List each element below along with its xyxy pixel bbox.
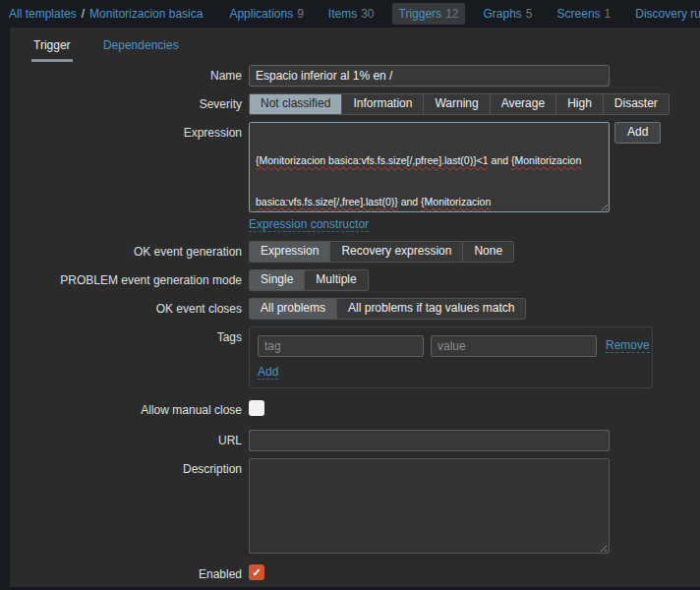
name-row: Name xyxy=(10,65,700,87)
ok-event-closes-row: OK event closes All problems All problem… xyxy=(10,298,700,320)
tab-trigger[interactable]: Trigger xyxy=(31,36,73,62)
ok-event-closes-label: OK event closes xyxy=(10,298,249,316)
severity-option-not-classified[interactable]: Not classified xyxy=(250,94,341,114)
tags-box: Remove Add xyxy=(249,326,653,388)
form-panel: Trigger Dependencies Name Severity Not c… xyxy=(10,28,700,587)
allow-manual-close-row: Allow manual close xyxy=(10,399,700,419)
allow-manual-close-label: Allow manual close xyxy=(10,399,249,417)
nav-item-discovery-rules-label[interactable]: Discovery rules xyxy=(635,7,700,21)
nav-item-screens[interactable]: Screens1 xyxy=(551,3,618,25)
name-input[interactable] xyxy=(249,65,610,87)
nav-item-applications[interactable]: Applications9 xyxy=(222,3,310,25)
nav-item-graphs[interactable]: Graphs5 xyxy=(476,3,539,25)
tab-bar: Trigger Dependencies xyxy=(10,28,700,61)
severity-option-average[interactable]: Average xyxy=(490,94,555,114)
severity-label: Severity xyxy=(10,93,249,111)
expression-constructor-link[interactable]: Expression constructor xyxy=(249,218,369,232)
nav-item-items-count: 30 xyxy=(361,7,374,21)
problem-event-mode-row: PROBLEM event generation mode Single Mul… xyxy=(10,269,700,291)
trigger-form: Name Severity Not classified Information… xyxy=(10,61,700,590)
description-row: Description xyxy=(10,458,700,557)
breadcrumb-all-templates[interactable]: All templates xyxy=(9,7,77,21)
ok-closes-option-all-problems[interactable]: All problems xyxy=(250,299,336,319)
nav-item-triggers[interactable]: Triggers12 xyxy=(392,3,466,25)
severity-option-warning[interactable]: Warning xyxy=(423,94,489,114)
tag-add-link[interactable]: Add xyxy=(258,366,278,380)
nav-item-items[interactable]: Items30 xyxy=(321,3,381,25)
ok-event-closes-control: All problems All problems if tag values … xyxy=(249,298,526,320)
template-nav-menu: Applications9 Items30 Triggers12 Graphs5… xyxy=(222,3,700,25)
nav-item-discovery-rules[interactable]: Discovery rules2 xyxy=(628,3,700,25)
name-label: Name xyxy=(10,65,249,83)
severity-control: Not classified Information Warning Avera… xyxy=(249,93,670,115)
ok-event-option-none[interactable]: None xyxy=(462,242,513,262)
nav-item-screens-label[interactable]: Screens xyxy=(557,7,601,21)
nav-item-screens-count: 1 xyxy=(605,7,612,21)
tag-name-input[interactable] xyxy=(258,335,424,357)
nav-item-graphs-label[interactable]: Graphs xyxy=(483,7,521,21)
enabled-label: Enabled xyxy=(10,563,249,581)
expression-line: basica:vfs.fs.size[/,free].last(0)} and … xyxy=(256,195,603,208)
expression-row: Expression {Monitorizacion basica:vfs.fs… xyxy=(10,122,700,232)
tab-dependencies[interactable]: Dependencies xyxy=(101,36,181,59)
description-textarea[interactable] xyxy=(249,458,610,554)
expression-add-button[interactable]: Add xyxy=(614,122,661,144)
nav-item-items-label[interactable]: Items xyxy=(328,7,357,21)
nav-item-triggers-count: 12 xyxy=(445,7,458,21)
problem-event-mode-label: PROBLEM event generation mode xyxy=(10,269,249,287)
url-input[interactable] xyxy=(249,430,610,451)
ok-event-generation-row: OK event generation Expression Recovery … xyxy=(10,241,700,263)
ok-event-generation-label: OK event generation xyxy=(10,241,249,259)
url-label: URL xyxy=(10,430,249,447)
enabled-row: Enabled ✓ xyxy=(10,563,700,581)
ok-event-option-expression[interactable]: Expression xyxy=(250,242,329,262)
ok-event-option-recovery-expression[interactable]: Recovery expression xyxy=(329,242,462,262)
nav-item-applications-label[interactable]: Applications xyxy=(229,7,293,21)
allow-manual-close-checkbox[interactable] xyxy=(249,400,264,416)
tags-label: Tags xyxy=(10,326,249,344)
problem-event-mode-control: Single Multiple xyxy=(249,269,369,291)
ok-event-generation-control: Expression Recovery expression None xyxy=(249,241,514,263)
enabled-checkbox[interactable]: ✓ xyxy=(249,564,264,580)
problem-mode-option-multiple[interactable]: Multiple xyxy=(304,270,367,290)
description-label: Description xyxy=(10,458,249,476)
nav-item-graphs-count: 5 xyxy=(526,7,533,21)
problem-mode-option-single[interactable]: Single xyxy=(250,270,304,290)
ok-closes-option-tag-values-match[interactable]: All problems if tag values match xyxy=(336,299,525,319)
expression-line: {Monitorizacion basica:vfs.fs.size[/,pfr… xyxy=(256,153,603,167)
severity-option-high[interactable]: High xyxy=(555,94,603,114)
expression-label: Expression xyxy=(10,122,249,140)
severity-row: Severity Not classified Information Warn… xyxy=(10,93,700,115)
tags-row: Tags Remove Add xyxy=(10,326,700,388)
severity-option-information[interactable]: Information xyxy=(341,94,423,114)
top-navigation: All templates / Monitorizacion basica Ap… xyxy=(0,0,700,28)
nav-item-applications-count: 9 xyxy=(297,7,304,21)
tag-remove-link[interactable]: Remove xyxy=(606,339,650,353)
severity-option-disaster[interactable]: Disaster xyxy=(603,94,669,114)
breadcrumb-separator: / xyxy=(82,7,85,21)
tag-value-input[interactable] xyxy=(431,335,597,357)
expression-textarea[interactable]: {Monitorizacion basica:vfs.fs.size[/,pfr… xyxy=(249,122,610,212)
url-row: URL xyxy=(10,430,700,451)
breadcrumb-template-name[interactable]: Monitorizacion basica xyxy=(89,7,203,21)
nav-item-triggers-label[interactable]: Triggers xyxy=(399,7,442,21)
